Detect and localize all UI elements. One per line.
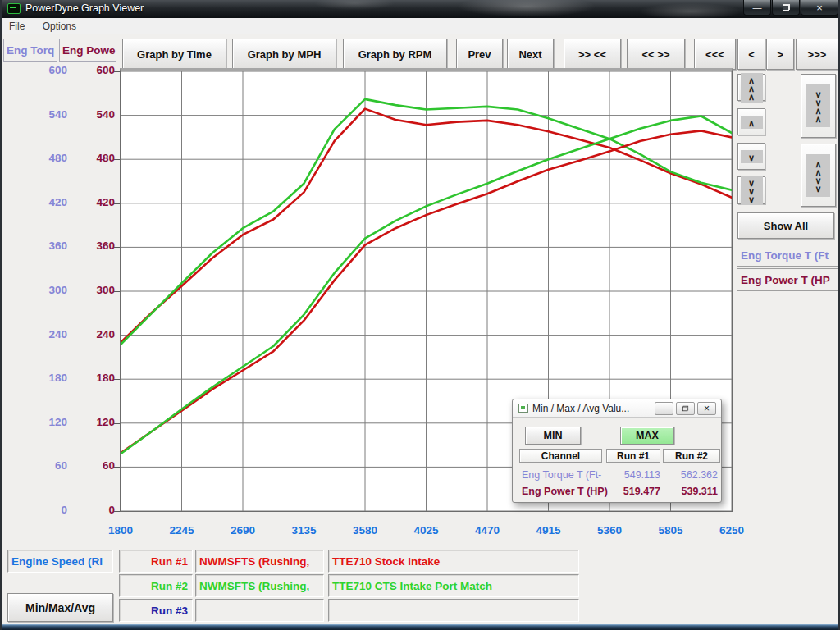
y-axis-label-power: 60 [79,459,115,472]
window-title: PowerDyne Graph Viewer [25,2,144,14]
y-axis-label-torque: 240 [31,328,67,340]
minmax-window-controls: — × [652,402,716,415]
graph-by-mph-button[interactable]: Graph by MPH [232,39,336,70]
row-channel-label: Eng Power T (HP) [522,486,608,497]
y-zoom-in-button[interactable]: ∨∨∧∧ [801,74,836,138]
x-zoom-out-button[interactable]: << >> [627,39,685,70]
run3-operator-box[interactable] [195,599,324,622]
x-axis-channel-box[interactable]: Engine Speed (RI [7,550,113,573]
torque-max-run1: 549.113 [609,469,660,481]
y-scroll-down-button[interactable]: ∨ [737,143,765,170]
graph-by-rpm-button[interactable]: Graph by RPM [343,39,447,70]
x-axis-label: 3580 [345,524,385,536]
close-icon: × [704,404,710,413]
minmax-title-bar[interactable]: Min / Max / Avg Valu... — × [513,399,721,418]
x-axis-label: 5805 [651,524,691,536]
run2-title-box[interactable]: TTE710 CTS Intake Port Match [328,574,579,597]
minimize-icon: — [753,3,762,12]
scroll-left-button[interactable]: < [737,39,765,70]
window-bottom-border [2,624,840,630]
close-button[interactable]: × [801,0,838,16]
minmax-restore-button[interactable] [676,402,695,415]
show-all-button[interactable]: Show All [737,212,834,239]
x-axis-label: 6250 [712,524,751,536]
restore-icon [682,406,688,411]
scroll-right-button[interactable]: > [766,39,794,70]
y-axis-tick [114,511,120,512]
window-controls: — × [742,0,838,16]
column-header-run1[interactable]: Run #1 [606,449,660,463]
run3-label-box[interactable]: Run #3 [119,599,193,622]
minimize-button[interactable]: — [743,0,771,16]
run1-operator-box[interactable]: NWMSFTS (Rushing, [195,550,324,573]
y-axis-label-torque: 60 [31,459,67,472]
minmax-window-icon [518,404,528,413]
chevron-down-icon: ∨ [747,153,756,161]
y-scroll-up-fast-button[interactable]: ∧∧∧ [737,74,765,101]
minmax-close-button[interactable]: × [697,402,716,415]
y-axis-tick [114,423,120,424]
x-axis-label: 3135 [285,524,324,536]
y-axis-label-torque: 540 [31,108,67,121]
y-axis-label-torque: 360 [31,240,67,252]
row-channel-label: Eng Torque T (Ft- [522,469,601,481]
prev-button[interactable]: Prev [456,39,503,70]
y-axis-label-power: 540 [79,108,115,121]
restore-icon [783,4,790,11]
y-zoom-out-button[interactable]: ∧∧∨∨ [801,144,836,207]
chevron-up-triple-icon: ∧∧∧ [747,75,756,100]
menu-options[interactable]: Options [35,18,84,32]
y-axis-label-power: 360 [79,240,115,252]
minimize-icon: — [660,404,669,413]
table-row-torque: Eng Torque T (Ft- 549.113 562.362 [513,468,723,482]
max-button[interactable]: MAX [620,427,674,445]
run2-label-box[interactable]: Run #2 [119,574,193,597]
y-scroll-down-fast-button[interactable]: ∨∨∨ [737,176,765,204]
run1-title-box[interactable]: TTE710 Stock Intake [328,550,579,573]
y-axis-tick [114,247,120,248]
axis-toggle-power[interactable]: Eng Powe [59,39,116,62]
y-scroll-up-button[interactable]: ∧ [737,108,765,135]
x-zoom-in-button[interactable]: >> << [564,39,621,70]
minmax-minimize-button[interactable]: — [655,402,673,415]
x-axis-label: 1800 [101,524,140,536]
chevron-up-icon: ∧ [747,118,756,126]
x-axis-label: 2690 [223,524,262,536]
chevrons-expand-icon: ∧∧∨∨ [814,159,823,192]
y-axis-label-torque: 120 [31,416,67,428]
x-axis-label: 4470 [468,524,507,536]
y-axis-label-torque: 300 [31,284,67,296]
x-axis-label: 4025 [407,524,446,536]
run1-label-box[interactable]: Run #1 [119,550,193,573]
y-axis-label-torque: 180 [31,372,67,384]
run2-operator-box[interactable]: NWMSFTS (Rushing, [195,574,324,597]
powerdyne-window: PowerDyne Graph Viewer — × File Options … [0,0,840,630]
y-axis-label-power: 420 [79,196,115,208]
y-axis-label-torque: 480 [31,152,67,164]
y-axis-label-torque: 600 [31,64,67,76]
column-header-run2[interactable]: Run #2 [663,449,720,463]
channel-button-power[interactable]: Eng Power T (HP [737,268,840,291]
scroll-right-fast-button[interactable]: >>> [796,39,838,70]
x-axis-label: 5360 [590,524,629,536]
run3-title-box[interactable] [328,599,579,622]
menu-bar: File Options [2,18,840,34]
close-icon: × [816,2,823,13]
chevron-down-triple-icon: ∨∨∨ [747,178,756,203]
axis-toggle-torque[interactable]: Eng Torq [3,39,57,62]
min-button[interactable]: MIN [525,427,581,445]
minmax-avg-button[interactable]: Min/Max/Avg [7,593,113,622]
column-header-channel[interactable]: Channel [519,449,602,463]
y-axis-label-torque: 0 [31,504,67,516]
y-axis-tick [114,159,120,160]
y-axis-tick [114,203,120,204]
maximize-button[interactable] [772,0,800,16]
y-axis-tick [114,116,120,116]
next-button[interactable]: Next [507,39,554,70]
channel-button-torque[interactable]: Eng Torque T (Ft [737,244,840,267]
graph-by-time-button[interactable]: Graph by Time [122,39,226,70]
menu-file[interactable]: File [2,18,32,32]
scroll-left-fast-button[interactable]: <<< [694,39,736,70]
x-axis-label: 2245 [162,524,202,536]
y-axis-label-power: 240 [79,328,115,340]
